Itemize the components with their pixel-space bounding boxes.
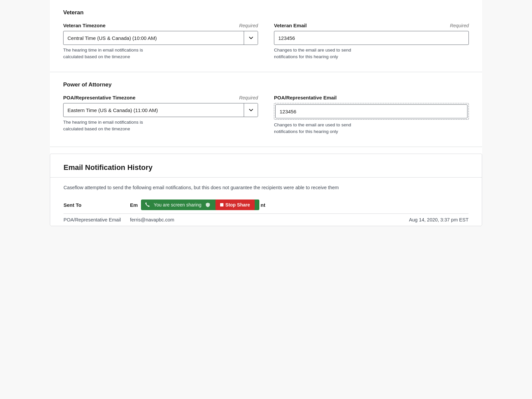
shield-icon: [205, 202, 211, 208]
email-history-section: Email Notification History Caseflow atte…: [50, 154, 482, 226]
history-divider: [50, 177, 482, 178]
poa-timezone-select[interactable]: Eastern Time (US & Canada) (11:00 AM): [63, 103, 258, 117]
table-header-row: Sent To Em You are screen sharing: [64, 200, 468, 213]
chevron-down-icon: [248, 35, 254, 41]
col-header-sent-to: Sent To: [64, 202, 130, 208]
screen-share-text: You are screen sharing: [154, 202, 201, 207]
history-description: Caseflow attempted to send the following…: [64, 184, 468, 192]
veteran-email-label-row: Veteran Email Required: [274, 23, 469, 28]
poa-section: Power of Attorney POA/Representative Tim…: [50, 72, 482, 147]
poa-timezone-label: POA/Representative Timezone: [63, 95, 135, 100]
page-container: Veteran Veteran Timezone Required Centra…: [50, 0, 482, 226]
veteran-email-hint: Changes to the email are used to sendnot…: [274, 47, 469, 60]
veteran-timezone-required: Required: [239, 23, 258, 28]
email-col-prefix: Em: [130, 202, 138, 208]
veteran-timezone-label-row: Veteran Timezone Required: [63, 23, 258, 28]
veteran-email-input[interactable]: [274, 31, 469, 45]
veteran-timezone-label: Veteran Timezone: [63, 23, 105, 28]
stop-share-button[interactable]: Stop Share: [215, 200, 255, 210]
poa-email-hint: Changes to the email are used to sendnot…: [274, 122, 469, 135]
poa-email-input[interactable]: [275, 104, 467, 118]
poa-timezone-group: POA/Representative Timezone Required Eas…: [63, 95, 258, 135]
veteran-email-label: Veteran Email: [274, 23, 307, 28]
poa-timezone-required: Required: [239, 95, 258, 100]
stop-icon: [220, 203, 223, 206]
phone-icon: [144, 202, 150, 208]
screen-share-bar: You are screen sharing Stop Share: [141, 200, 259, 210]
stop-share-label: Stop Share: [225, 202, 250, 207]
veteran-timezone-value: Central Time (US & Canada) (10:00 AM): [64, 35, 244, 41]
row-sent-at: Aug 14, 2020, 3:37 pm EST: [409, 217, 468, 222]
poa-email-group: POA/Representative Email Changes to the …: [274, 95, 469, 135]
email-col-suffix: nt: [261, 202, 265, 208]
poa-email-label: POA/Representative Email: [274, 95, 336, 100]
poa-email-label-row: POA/Representative Email: [274, 95, 469, 100]
poa-timezone-label-row: POA/Representative Timezone Required: [63, 95, 258, 100]
veteran-timezone-select[interactable]: Central Time (US & Canada) (10:00 AM): [63, 31, 258, 45]
table-row: POA/Representative Email ferris@navapbc.…: [64, 213, 468, 226]
poa-timezone-arrow[interactable]: [244, 103, 258, 117]
chevron-down-icon: [248, 107, 254, 113]
history-title: Email Notification History: [64, 163, 468, 172]
poa-email-dashed-wrapper: [274, 103, 469, 120]
veteran-section: Veteran Veteran Timezone Required Centra…: [50, 0, 482, 72]
col-header-email: Em You are screen sharing: [130, 200, 265, 210]
poa-timezone-value: Eastern Time (US & Canada) (11:00 AM): [64, 107, 244, 113]
veteran-email-required: Required: [450, 23, 469, 28]
veteran-timezone-group: Veteran Timezone Required Central Time (…: [63, 23, 258, 60]
poa-form-row: POA/Representative Timezone Required Eas…: [63, 95, 469, 135]
poa-section-title: Power of Attorney: [63, 81, 469, 88]
row-email: ferris@navapbc.com: [130, 217, 409, 222]
veteran-section-title: Veteran: [63, 9, 469, 16]
row-sent-to: POA/Representative Email: [64, 217, 130, 222]
veteran-timezone-arrow[interactable]: [244, 31, 258, 45]
poa-timezone-hint: The hearing time in email notifications …: [63, 119, 258, 132]
veteran-timezone-hint: The hearing time in email notifications …: [63, 47, 258, 60]
veteran-email-group: Veteran Email Required Changes to the em…: [274, 23, 469, 60]
veteran-form-row: Veteran Timezone Required Central Time (…: [63, 23, 469, 60]
